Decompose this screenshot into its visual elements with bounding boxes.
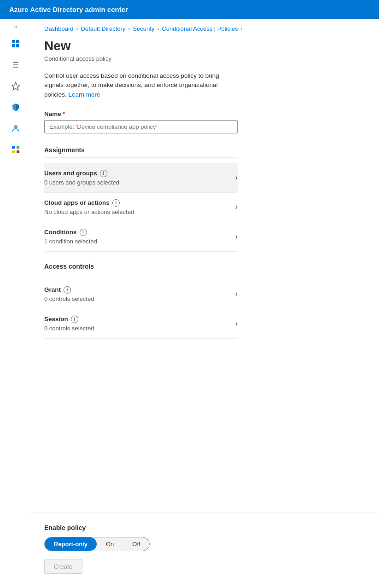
cloud-apps-chevron: › <box>235 203 238 211</box>
name-label: Name* <box>44 110 366 117</box>
breadcrumb-sep-1: › <box>76 26 78 32</box>
app-title: Azure Active Directory admin center <box>9 6 128 13</box>
users-groups-info-icon[interactable]: i <box>100 170 107 177</box>
conditions-info-icon[interactable]: i <box>80 229 87 236</box>
required-indicator: * <box>63 110 65 117</box>
sidebar-icon-list[interactable] <box>6 56 25 74</box>
users-groups-left: Users and groups i 0 users and groups se… <box>44 170 235 186</box>
sidebar: » <box>0 19 31 585</box>
enable-policy-toggle[interactable]: Report-only On Off <box>44 537 150 551</box>
assignments-header: Assignments <box>44 146 238 158</box>
page-description: Control user access based on conditional… <box>44 71 238 99</box>
conditions-title: Conditions i <box>44 229 235 236</box>
breadcrumb-default-directory[interactable]: Default Directory <box>81 25 126 32</box>
page-content: New Conditional access policy Control us… <box>31 37 379 513</box>
session-value: 0 controls selected <box>44 325 235 332</box>
cloud-apps-row[interactable]: Cloud apps or actions i No cloud apps or… <box>44 193 238 222</box>
svg-rect-9 <box>12 146 15 149</box>
toggle-off[interactable]: Off <box>123 537 149 551</box>
cloud-apps-title: Cloud apps or actions i <box>44 199 235 207</box>
main-content: Dashboard › Default Directory › Security… <box>31 19 379 585</box>
users-groups-title: Users and groups i <box>44 170 235 177</box>
cloud-apps-value: No cloud apps or actions selected <box>44 208 235 215</box>
sidebar-collapse-icon[interactable]: » <box>14 23 17 30</box>
top-bar: Azure Active Directory admin center <box>0 0 379 19</box>
conditions-left: Conditions i 1 condition selected <box>44 229 235 245</box>
sidebar-icon-dashboard[interactable] <box>6 35 25 53</box>
sidebar-icon-azuread[interactable] <box>6 98 25 116</box>
svg-point-8 <box>14 126 17 129</box>
users-groups-row[interactable]: Users and groups i 0 users and groups se… <box>44 163 238 193</box>
session-chevron: › <box>235 319 238 328</box>
grant-value: 0 controls selected <box>44 295 235 302</box>
grant-chevron: › <box>235 290 238 298</box>
grant-left: Grant i 0 controls selected <box>44 286 235 302</box>
grant-row[interactable]: Grant i 0 controls selected › <box>44 280 238 309</box>
conditions-row[interactable]: Conditions i 1 condition selected › <box>44 222 238 252</box>
svg-rect-10 <box>17 146 19 149</box>
create-button[interactable]: Create <box>44 559 82 574</box>
svg-rect-3 <box>16 44 19 47</box>
access-controls-header: Access controls <box>44 263 238 274</box>
breadcrumb-security[interactable]: Security <box>133 25 154 32</box>
users-groups-chevron: › <box>235 173 238 182</box>
sidebar-icon-apps[interactable] <box>6 140 25 159</box>
footer-section: Enable policy Report-only On Off Create <box>31 513 379 585</box>
breadcrumb-dashboard[interactable]: Dashboard <box>44 25 74 32</box>
users-groups-value: 0 users and groups selected <box>44 179 235 186</box>
cloud-apps-info-icon[interactable]: i <box>112 199 120 207</box>
conditions-value: 1 condition selected <box>44 238 235 245</box>
toggle-report-only[interactable]: Report-only <box>45 537 97 551</box>
cloud-apps-left: Cloud apps or actions i No cloud apps or… <box>44 199 235 215</box>
breadcrumb-sep-2: › <box>128 26 130 32</box>
breadcrumb-current: Conditional Access | Policies <box>162 25 238 32</box>
page-subtitle: Conditional access policy <box>44 55 366 62</box>
grant-info-icon[interactable]: i <box>64 286 71 294</box>
grant-title: Grant i <box>44 286 235 294</box>
learn-more-link[interactable]: Learn more <box>69 91 100 98</box>
conditions-chevron: › <box>235 232 238 241</box>
session-row[interactable]: Session i 0 controls selected › <box>44 309 238 339</box>
enable-policy-label: Enable policy <box>44 524 366 531</box>
breadcrumb: Dashboard › Default Directory › Security… <box>31 19 379 37</box>
svg-rect-12 <box>17 150 19 153</box>
svg-rect-0 <box>12 40 15 43</box>
svg-rect-11 <box>12 150 15 153</box>
toggle-on[interactable]: On <box>97 537 123 551</box>
access-controls-section: Access controls Grant i 0 controls selec… <box>44 263 366 339</box>
breadcrumb-sep-4: › <box>241 26 243 32</box>
breadcrumb-sep-3: › <box>157 26 159 32</box>
svg-marker-7 <box>12 82 19 90</box>
sidebar-icon-users[interactable] <box>6 119 25 138</box>
session-left: Session i 0 controls selected <box>44 316 235 332</box>
session-title: Session i <box>44 316 235 323</box>
policy-name-input[interactable] <box>44 120 238 133</box>
svg-rect-1 <box>16 40 19 43</box>
session-info-icon[interactable]: i <box>71 316 78 323</box>
svg-rect-2 <box>12 44 15 47</box>
sidebar-icon-favorites[interactable] <box>6 77 25 95</box>
page-title: New <box>44 39 366 53</box>
layout: » <box>0 19 379 585</box>
